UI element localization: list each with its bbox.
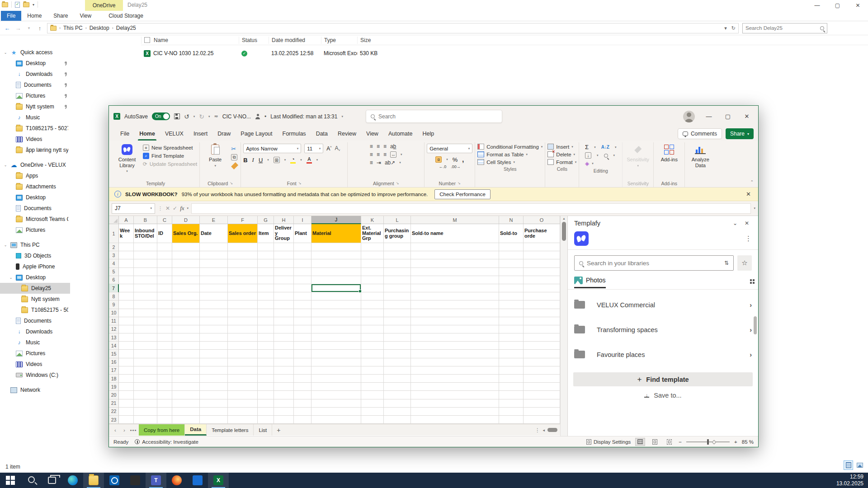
cell-H8[interactable] (274, 292, 294, 300)
sidebar-item-attachments[interactable]: Attachments (0, 181, 70, 192)
expander-icon[interactable]: ⌄ (4, 243, 7, 247)
cell-F15[interactable] (228, 350, 258, 358)
cell-G15[interactable] (258, 350, 274, 358)
taskbar-task-view[interactable] (42, 473, 62, 488)
page-layout-view-button[interactable] (650, 438, 660, 446)
cell-E12[interactable] (200, 325, 228, 333)
cell-G14[interactable] (258, 342, 274, 350)
cell-F5[interactable] (228, 268, 258, 276)
row-header-20[interactable]: 20 (109, 391, 119, 399)
row-header-5[interactable]: 5 (109, 268, 119, 276)
cell-K23[interactable] (361, 416, 384, 424)
sidebar-item-desktop[interactable]: Desktop (0, 58, 70, 69)
cell-L10[interactable] (384, 309, 411, 317)
cell-G23[interactable] (258, 416, 274, 424)
cell-G8[interactable] (258, 292, 274, 300)
cell-D21[interactable] (172, 399, 200, 408)
cell-C21[interactable] (157, 399, 172, 408)
dismiss-warning-icon[interactable]: ✕ (746, 191, 753, 197)
hscroll-left-icon[interactable]: ◂ (542, 428, 545, 432)
cell-F3[interactable] (228, 251, 258, 259)
cell-O23[interactable] (524, 416, 560, 424)
percent-icon[interactable]: % (453, 156, 458, 163)
cell-A16[interactable] (119, 358, 134, 366)
cell-K19[interactable] (361, 383, 384, 391)
sidebar-item-nytt-system[interactable]: Nytt system (0, 294, 70, 305)
cell-H13[interactable] (274, 333, 294, 342)
find-select-icon[interactable] (604, 154, 608, 158)
addins-button[interactable]: Add-ins (656, 144, 682, 163)
column-header-size[interactable]: Size (357, 37, 393, 44)
cell-M2[interactable] (411, 243, 499, 251)
cell-C14[interactable] (157, 342, 172, 350)
cell-F17[interactable] (228, 366, 258, 375)
cell-O6[interactable] (524, 276, 560, 284)
cell-I19[interactable] (294, 383, 311, 391)
conditional-formatting-button[interactable]: Conditional Formatting▾ (477, 144, 542, 150)
tray-photo-icon[interactable] (855, 460, 864, 470)
cell-E1[interactable]: Date (200, 224, 228, 243)
new-folder-icon[interactable] (23, 2, 29, 7)
cell-I9[interactable] (294, 300, 311, 309)
cell-I7[interactable] (294, 284, 311, 292)
cell-M8[interactable] (411, 292, 499, 300)
cell-L6[interactable] (384, 276, 411, 284)
taskbar-teams[interactable]: T (146, 473, 166, 488)
cell-F22[interactable] (228, 408, 258, 416)
wrap-text-icon[interactable]: ab̲ (390, 143, 396, 150)
cell-M23[interactable] (411, 416, 499, 424)
sidebar-item-pictures[interactable]: Pictures (0, 90, 70, 101)
column-O[interactable]: O (524, 216, 560, 224)
cell-M12[interactable] (411, 325, 499, 333)
cell-O19[interactable] (524, 383, 560, 391)
cell-H19[interactable] (274, 383, 294, 391)
sidebar-item-pictures[interactable]: Pictures (0, 225, 70, 235)
cell-K18[interactable] (361, 375, 384, 383)
cell-K10[interactable] (361, 309, 384, 317)
cell-B16[interactable] (134, 358, 157, 366)
cell-I6[interactable] (294, 276, 311, 284)
cell-E11[interactable] (200, 317, 228, 325)
cell-N6[interactable] (499, 276, 524, 284)
sidebar-item-onedrive-velux[interactable]: ⌄☁OneDrive - VELUX (0, 160, 70, 170)
cell-G10[interactable] (258, 309, 274, 317)
cell-F8[interactable] (228, 292, 258, 300)
cell-J13[interactable] (311, 333, 361, 342)
cell-B5[interactable] (134, 268, 157, 276)
recent-locations-icon[interactable]: ▾ (25, 26, 33, 30)
underline-icon[interactable]: U (259, 157, 263, 164)
cell-H5[interactable] (274, 268, 294, 276)
sort-ascending-icon[interactable]: ⌃ (190, 35, 193, 38)
undo-icon[interactable]: ↺ (184, 113, 189, 120)
cell-G20[interactable] (258, 391, 274, 399)
cell-M4[interactable] (411, 259, 499, 267)
delete-cells-button[interactable]: Delete▾ (547, 151, 576, 157)
cell-J7[interactable] (311, 284, 361, 292)
cell-E13[interactable] (200, 333, 228, 342)
redo-icon[interactable]: ↻ (199, 113, 204, 120)
all-sheets-icon[interactable]: ••• (130, 427, 137, 433)
cell-N17[interactable] (499, 366, 524, 375)
up-icon[interactable]: ↑ (36, 25, 43, 32)
excel-tab-automate[interactable]: Automate (383, 127, 418, 141)
cell-E3[interactable] (200, 251, 228, 259)
decrease-decimal-icon[interactable]: .00→ (451, 164, 461, 169)
cell-N11[interactable] (499, 317, 524, 325)
properties-icon[interactable] (15, 2, 20, 8)
cell-B8[interactable] (134, 292, 157, 300)
cell-O3[interactable] (524, 251, 560, 259)
cell-D23[interactable] (172, 416, 200, 424)
cell-A15[interactable] (119, 350, 134, 358)
cell-O15[interactable] (524, 350, 560, 358)
cell-I18[interactable] (294, 375, 311, 383)
cell-L21[interactable] (384, 399, 411, 408)
taskbar-excel[interactable]: X (208, 473, 229, 488)
cell-O12[interactable] (524, 325, 560, 333)
column-L[interactable]: L (384, 216, 411, 224)
cell-H4[interactable] (274, 259, 294, 267)
cell-H2[interactable] (274, 243, 294, 251)
sidebar-item-3d-objects[interactable]: 3D Objects (0, 250, 70, 261)
cell-E22[interactable] (200, 408, 228, 416)
pane-collapse-icon[interactable]: ⌄ (729, 220, 741, 226)
cell-I1[interactable]: Plant (294, 224, 311, 243)
